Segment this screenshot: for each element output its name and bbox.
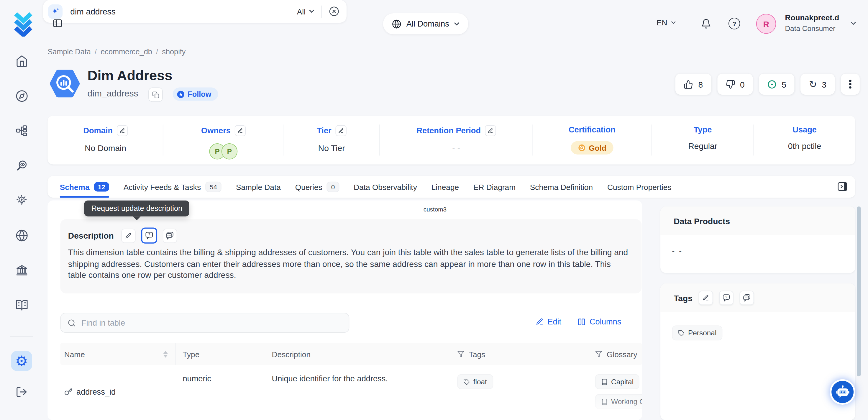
edit-tags-button[interactable]	[699, 291, 713, 305]
downvote-button[interactable]: 0	[717, 74, 753, 95]
filter-funnel-icon[interactable]	[595, 351, 602, 357]
sidebar-item-govern[interactable]	[15, 264, 28, 277]
glossary-chip[interactable]: Working Cap	[595, 394, 642, 409]
tab-badge: 54	[205, 182, 221, 192]
search-icon	[67, 319, 76, 327]
meta-certification: Certification Gold	[533, 116, 652, 164]
search-clear-button[interactable]	[328, 6, 340, 17]
tab-queries[interactable]: Queries 0	[295, 176, 339, 198]
sidebar-item-domains[interactable]	[15, 229, 28, 242]
tags-title: Tags	[674, 293, 692, 303]
compass-icon	[16, 90, 28, 102]
logo-icon	[12, 11, 34, 36]
breadcrumb-schema[interactable]: shopify	[162, 48, 186, 56]
tab-custom-properties[interactable]: Custom Properties	[607, 176, 672, 198]
tags-conversations-button[interactable]	[739, 291, 754, 305]
find-in-table-input[interactable]	[80, 318, 342, 328]
columns-button[interactable]: Columns	[578, 317, 621, 326]
user-avatar[interactable]: R	[756, 14, 776, 34]
search-input[interactable]	[69, 6, 297, 17]
data-products-header: Data Products	[660, 206, 855, 235]
sidebar-item-explore[interactable]	[15, 90, 28, 102]
cell-name: address_id	[60, 374, 176, 409]
breadcrumb-database[interactable]: ecommerce_db	[100, 48, 152, 56]
request-description-button[interactable]: ?	[141, 228, 157, 243]
tags-card: Tags ? Personal	[660, 283, 855, 420]
edit-domain-button[interactable]	[117, 125, 128, 136]
edit-tier-button[interactable]	[335, 125, 346, 136]
more-actions-button[interactable]	[841, 74, 860, 95]
data-products-card: Data Products - -	[660, 206, 855, 273]
language-dropdown[interactable]: EN	[656, 18, 676, 27]
app-logo[interactable]	[12, 11, 34, 36]
tab-schema-definition[interactable]: Schema Definition	[530, 176, 593, 198]
bigquery-service-icon	[48, 66, 82, 100]
tab-data-observability[interactable]: Data Observability	[353, 176, 417, 198]
tag-chip[interactable]: float	[457, 374, 493, 389]
tooltip: Request update description	[84, 200, 189, 216]
tag-chip[interactable]: Personal	[672, 326, 722, 341]
column-header-name[interactable]: Name	[60, 343, 176, 365]
user-menu-chevron[interactable]	[850, 22, 857, 25]
tab-label: Data Observability	[353, 182, 417, 191]
meta-retention: Retention Period - -	[380, 116, 533, 164]
versions-button[interactable]: ↻ 3	[801, 74, 835, 95]
tab-badge: 0	[327, 182, 339, 192]
help-button[interactable]: ?	[728, 18, 740, 29]
suggestions-button[interactable]	[162, 228, 177, 243]
sidebar-item-data-assets[interactable]	[15, 124, 28, 137]
page-scrollbar-thumb[interactable]	[857, 206, 861, 376]
watch-button[interactable]: 5	[759, 74, 795, 95]
meta-tier: Tier No Tier	[283, 116, 380, 164]
comment-question-icon: ?	[722, 294, 730, 302]
upvote-button[interactable]: 8	[676, 74, 711, 95]
find-in-table-box[interactable]	[60, 313, 349, 333]
book-open-icon	[16, 299, 28, 311]
edit-table-button[interactable]: Edit	[536, 317, 561, 326]
avatar-initial: R	[763, 19, 769, 29]
sidebar-item-settings[interactable]: ⚙	[11, 351, 32, 371]
edit-retention-button[interactable]	[485, 125, 496, 136]
follow-button[interactable]: ★ Follow	[173, 88, 218, 101]
tab-schema[interactable]: Schema 12	[60, 176, 109, 198]
chevron-down-icon	[454, 22, 460, 26]
glossary-chip[interactable]: Capital	[595, 374, 640, 389]
chevron-down-icon	[309, 9, 314, 13]
breadcrumb-service[interactable]: Sample Data	[48, 48, 91, 56]
retention-value: - -	[452, 143, 460, 153]
copy-name-button[interactable]	[148, 88, 163, 102]
notifications-button[interactable]	[701, 18, 711, 30]
sidebar-item-observability[interactable]	[15, 159, 28, 172]
edit-owners-button[interactable]	[235, 125, 246, 136]
tab-activity-feeds[interactable]: Activity Feeds & Tasks 54	[124, 176, 222, 198]
owner-avatar[interactable]: P	[221, 143, 238, 159]
columns-label: Columns	[590, 317, 621, 326]
all-domains-button[interactable]: All Domains	[383, 13, 469, 34]
chat-assistant-button[interactable]	[830, 379, 855, 404]
entity-tab-bar: Schema 12 Activity Feeds & Tasks 54 Samp…	[48, 176, 855, 198]
tab-sample-data[interactable]: Sample Data	[236, 176, 281, 198]
tab-er-diagram[interactable]: ER Diagram	[473, 176, 516, 198]
sidebar-item-insights[interactable]	[15, 194, 28, 207]
sidebar-item-glossary[interactable]	[15, 299, 28, 311]
home-icon	[16, 55, 28, 67]
sort-icon[interactable]	[163, 351, 169, 357]
global-search-bar[interactable]: All	[43, 0, 346, 23]
pencil-icon	[338, 128, 344, 133]
collapse-right-panel-button[interactable]	[837, 181, 848, 192]
request-tags-button[interactable]: ?	[719, 291, 734, 305]
meta-type: Type Regular	[652, 116, 754, 164]
column-name[interactable]: address_id	[76, 387, 116, 396]
table-row[interactable]: address_id numeric Unique identifier for…	[60, 365, 642, 409]
description-header: Description ?	[68, 228, 177, 243]
breadcrumb: Sample Data / ecommerce_db / shopify	[48, 48, 186, 56]
usage-label: Usage	[793, 125, 817, 134]
sidebar-item-home[interactable]	[15, 55, 28, 67]
filter-funnel-icon[interactable]	[457, 351, 464, 357]
edit-description-button[interactable]	[121, 228, 135, 243]
tab-lineage[interactable]: Lineage	[432, 176, 459, 198]
certification-badge: Gold	[570, 141, 614, 154]
sidebar-item-logout[interactable]	[15, 386, 28, 398]
sidebar-toggle-icon[interactable]	[52, 18, 63, 29]
search-scope-dropdown[interactable]: All	[297, 7, 314, 16]
